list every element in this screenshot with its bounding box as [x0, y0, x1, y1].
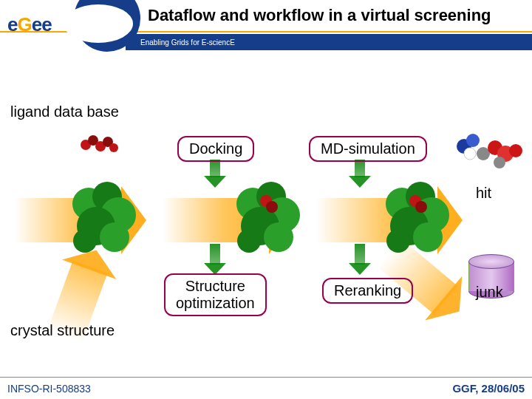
ligand-label: ligand data base	[10, 103, 119, 120]
rerank-down-arrow	[355, 244, 365, 265]
svg-point-18	[266, 201, 278, 213]
docking-down-arrow	[210, 160, 220, 177]
protein-structure-2	[231, 174, 304, 256]
ligand-molecule-icon	[78, 130, 123, 157]
docking-node-text: Docking	[189, 140, 242, 157]
structopt-node: Structure optimization	[164, 273, 267, 316]
protein-structure-1	[66, 174, 140, 256]
logo-letter-e3: e	[41, 13, 51, 35]
rerank-node-text: Reranking	[334, 282, 401, 299]
svg-point-15	[264, 222, 293, 252]
logo-letter-e1: e	[7, 13, 17, 35]
logo-letter-e2: e	[32, 13, 41, 35]
svg-point-33	[509, 144, 522, 157]
hit-molecule-icon	[454, 132, 525, 176]
hit-label: hit	[476, 185, 491, 202]
svg-point-16	[237, 229, 261, 253]
structopt-node-text: Structure optimization	[176, 278, 255, 311]
egee-logo: eGee	[7, 13, 52, 36]
svg-point-29	[464, 148, 476, 160]
svg-point-24	[386, 229, 410, 253]
struct-down-arrow	[210, 244, 220, 265]
junk-label: junk	[476, 284, 503, 301]
diagram-canvas: ligand data base crystal structure hit D…	[0, 59, 532, 377]
mdsim-node: MD-simulation	[309, 136, 427, 162]
tagline-band: Enabling Grids for E-sciencE	[126, 34, 532, 50]
logo-ellipse-front	[64, 4, 133, 43]
slide-title: Dataflow and workflow in a virtual scree…	[148, 6, 491, 25]
svg-point-10	[73, 229, 97, 253]
svg-point-28	[466, 134, 480, 147]
mdsim-node-text: MD-simulation	[321, 140, 415, 157]
svg-point-23	[413, 222, 443, 252]
rerank-node: Reranking	[322, 278, 413, 304]
footer-left-text: INFSO-RI-508833	[7, 383, 91, 395]
protein-structure-3	[380, 174, 454, 256]
svg-point-4	[109, 143, 118, 152]
mdsim-down-arrow	[355, 160, 365, 177]
logo-letter-g: G	[17, 13, 31, 35]
footer-right-text: GGF, 28/06/05	[452, 382, 525, 395]
svg-point-34	[494, 157, 505, 168]
docking-node: Docking	[177, 136, 254, 162]
slide-header: Dataflow and workflow in a virtual scree…	[0, 0, 532, 50]
tagline-text: Enabling Grids for E-sciencE	[140, 38, 235, 47]
svg-point-26	[415, 201, 427, 213]
slide-footer: INFSO-RI-508833 GGF, 28/06/05	[0, 377, 532, 399]
crystal-label: crystal structure	[10, 322, 115, 339]
svg-point-9	[100, 222, 129, 252]
